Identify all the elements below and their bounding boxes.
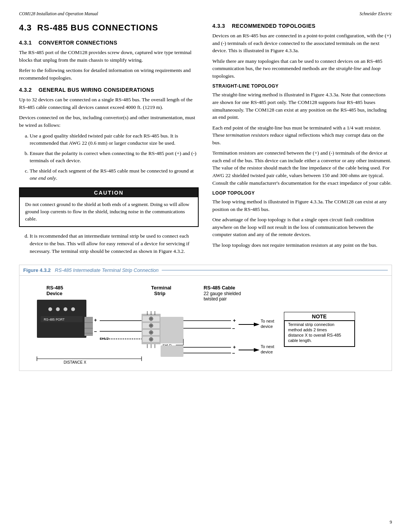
section-title: 4.3 RS-485 BUS CONNECTIONS	[19, 23, 199, 33]
caution-box: CAUTION Do not connect ground to the shi…	[19, 187, 199, 227]
minus-upper: −	[232, 326, 235, 331]
sub433-p1: Devices on an RS-485 bus are connected i…	[212, 32, 392, 54]
label-cable-desc2: twisted pair	[204, 296, 227, 302]
minus-lower: −	[232, 350, 235, 356]
sub432-title: 4.3.2 GENERAL BUS WIRING CONSIDERATIONS	[19, 87, 199, 93]
page-number: 9	[390, 519, 392, 525]
page: COM128 Installation and Operation Manual…	[0, 0, 411, 532]
sub433-title: 4.3.3 RECOMMENDED TOPOLOGIES	[212, 23, 392, 29]
svg-point-1	[56, 307, 60, 311]
list-item-c: The shield of each segment of the RS-485…	[30, 167, 199, 182]
label-device: Device	[46, 291, 62, 296]
label-to-next-2b: device	[261, 350, 273, 354]
label-cable-desc1: 22 gauge shielded	[204, 291, 241, 296]
label-shld1: SHLD	[100, 337, 109, 340]
loop-p2: One advantage of the loop topology is th…	[212, 216, 392, 238]
figure-caption: Figure 4.3.2 RS-485 Intermediate Termina…	[19, 265, 392, 275]
note-line3: distance X to overall RS-485	[288, 333, 341, 337]
arrow-lower	[254, 348, 260, 352]
sub431-title: 4.3.1 CONVERTOR CONNECTIONS	[19, 40, 199, 46]
list-item-d: It is recommended that an intermediate t…	[30, 232, 199, 255]
minus-device: −	[94, 329, 97, 334]
arrow-upper	[254, 323, 260, 326]
list-item-b: Ensure that the polarity is correct when…	[30, 150, 199, 165]
sub431-p1: The RS-485 port of the COM128 provides s…	[19, 49, 199, 64]
note-line4: cable length.	[288, 338, 312, 343]
plus-device: +	[94, 317, 97, 323]
sub432-p1: Up to 32 devices can be connected on a s…	[19, 96, 199, 111]
cable-bundle-lower	[161, 345, 183, 357]
straight-line-title: STRAIGHT-LINE TOPOLOGY	[212, 83, 392, 89]
plus-upper: +	[233, 318, 236, 323]
page-header: COM128 Installation and Operation Manual…	[19, 11, 392, 16]
label-rs485-cable: RS-485 Cable	[204, 285, 235, 291]
label-to-next-1a: To next	[261, 319, 274, 323]
label-to-next-1b: device	[261, 324, 273, 329]
right-column: 4.3.3 RECOMMENDED TOPOLOGIES Devices on …	[212, 23, 392, 258]
section-label: RS-485 BUS CONNECTIONS	[37, 23, 158, 32]
two-column-layout: 4.3 RS-485 BUS CONNECTIONS 4.3.1 CONVERT…	[19, 23, 392, 258]
left-column: 4.3 RS-485 BUS CONNECTIONS 4.3.1 CONVERT…	[19, 23, 199, 258]
figure-section: Figure 4.3.2 RS-485 Intermediate Termina…	[19, 265, 392, 371]
straight-line-p2: Each end point of the straight-line bus …	[212, 124, 392, 147]
note-line1: Terminal strip connection	[288, 322, 335, 327]
sub432-p2: Devices connected on the bus, including …	[19, 114, 199, 129]
loop-p1: The loop wiring method is illustrated in…	[212, 198, 392, 213]
cable-bundle	[161, 317, 183, 343]
svg-point-3	[71, 307, 75, 311]
list-item-a: Use a good quality shielded twisted pair…	[30, 132, 199, 147]
label-distance-x: DISTANCE X	[64, 360, 86, 364]
sub432-list: Use a good quality shielded twisted pair…	[19, 132, 199, 182]
figure-body: RS-485 Device Terminal Strip RS-485 Cabl…	[19, 275, 392, 371]
label-rs485-device: RS-485	[46, 285, 63, 291]
svg-point-2	[64, 307, 67, 311]
diagram-svg: RS-485 Device Terminal Strip RS-485 Cabl…	[25, 283, 391, 364]
header-left: COM128 Installation and Operation Manual	[19, 11, 98, 16]
caution-body: Do not connect ground to the shield at b…	[20, 197, 198, 227]
caution-header: CAUTION	[20, 188, 198, 197]
label-strip: Strip	[154, 291, 166, 296]
label-to-next-2a: To next	[261, 344, 274, 349]
sub433-p2: While there are many topologies that can…	[212, 58, 392, 80]
section-num: 4.3	[19, 23, 32, 32]
note-line2: method adds 2 times	[288, 328, 327, 332]
figure-caption-line	[162, 270, 388, 270]
label-terminal: Terminal	[151, 285, 171, 291]
sub431-p2: Refer to the following sections for deta…	[19, 67, 199, 81]
figure-caption-text: Figure 4.3.2 RS-485 Intermediate Termina…	[23, 267, 159, 273]
loop-title: LOOP TOPOLOGY	[212, 190, 392, 196]
header-right: Schneider Electric	[360, 11, 392, 16]
straight-line-p1: The straight-line wiring method is illus…	[212, 91, 392, 121]
loop-p3: The loop topology does not require termi…	[212, 241, 392, 249]
label-rs485-port: RS-485 PORT	[44, 318, 65, 321]
straight-line-p3: Termination resistors are connected betw…	[212, 149, 392, 187]
svg-point-0	[48, 307, 52, 311]
plus-lower: +	[233, 344, 236, 350]
sub432-list-d: It is recommended that an intermediate t…	[19, 232, 199, 255]
note-header-text: NOTE	[312, 313, 327, 320]
